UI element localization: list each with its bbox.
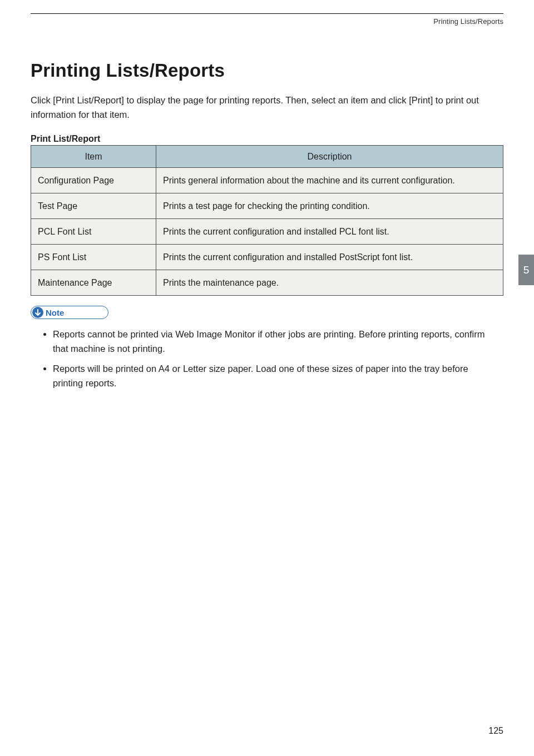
table-row: PS Font List Prints the current configur… (31, 245, 503, 270)
note-list: Reports cannot be printed via Web Image … (53, 327, 503, 390)
chapter-tab: 5 (518, 255, 534, 285)
table-cell-item: PCL Font List (31, 219, 156, 245)
page-number: 125 (488, 726, 503, 736)
running-head: Printing Lists/Reports (31, 14, 503, 26)
table-cell-desc: Prints general information about the mac… (156, 168, 503, 193)
down-arrow-icon (32, 307, 43, 318)
table-row: Maintenance Page Prints the maintenance … (31, 270, 503, 296)
table-cell-desc: Prints a test page for checking the prin… (156, 193, 503, 219)
table-cell-item: Test Page (31, 193, 156, 219)
note-badge: Note (31, 306, 108, 319)
table-header-row: Item Description (31, 146, 503, 168)
note-label: Note (46, 308, 64, 317)
report-table: Item Description Configuration Page Prin… (31, 145, 503, 296)
list-item: Reports cannot be printed via Web Image … (53, 327, 503, 356)
table-header-description: Description (156, 146, 503, 168)
table-row: PCL Font List Prints the current configu… (31, 219, 503, 245)
list-item: Reports will be printed on A4 or Letter … (53, 361, 503, 390)
table-row: Test Page Prints a test page for checkin… (31, 193, 503, 219)
table-cell-item: Configuration Page (31, 168, 156, 193)
table-cell-desc: Prints the current configuration and ins… (156, 245, 503, 270)
table-row: Configuration Page Prints general inform… (31, 168, 503, 193)
intro-paragraph: Click [Print List/Report] to display the… (31, 93, 503, 122)
table-cell-item: PS Font List (31, 245, 156, 270)
page-title: Printing Lists/Reports (31, 60, 503, 81)
table-header-item: Item (31, 146, 156, 168)
table-cell-desc: Prints the maintenance page. (156, 270, 503, 296)
table-cell-desc: Prints the current configuration and ins… (156, 219, 503, 245)
section-label: Print List/Report (31, 134, 503, 144)
table-cell-item: Maintenance Page (31, 270, 156, 296)
